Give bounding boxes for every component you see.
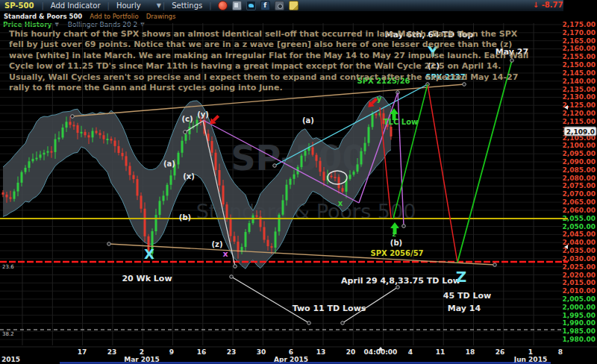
price-axis-label: 1,995.00 [563,312,596,319]
current-price-value: 2,109.0 [566,128,595,136]
annotation-label: (y) [197,110,209,119]
annotation-label: (a) [302,116,314,125]
price-axis-label: 2,005.00 [563,295,596,303]
price-axis-label: 2,085.00 [563,166,596,174]
annotation-label: 45 TD Low [443,291,491,301]
price-axis-label: 2,150.00 [563,61,596,69]
annotation-label: April 29 4,8,33.75 TD Low [341,276,460,286]
white-seg-c-endpoint[interactable] [184,131,187,134]
time-axis-label: 6 [289,348,293,356]
annotation-label: 23.6 [2,264,14,270]
white-callout-left-endpoint[interactable] [307,321,311,325]
time-axis-label: 17 [78,348,87,356]
white-seg-b-endpoint[interactable] [234,265,237,269]
price-axis-label: 2,020.00 [563,272,596,279]
annotation-label: (c) [181,115,193,123]
time-axis[interactable]: 1723291623306132004:00:004111826182015Ma… [0,347,597,364]
time-axis-label: 26 [496,348,505,356]
white-callout-left[interactable] [231,277,309,323]
price-axis-label: 2,175.00 [563,21,596,28]
white-callout-left-endpoint[interactable] [230,275,234,279]
time-axis-label: 2 [140,348,144,356]
annotation-label: (b) [390,239,402,247]
white-callout-right-endpoint[interactable] [396,286,400,289]
tan-upper-channel-endpoint[interactable] [71,115,75,119]
tan-lower-channel-endpoint[interactable] [493,263,497,267]
price-axis-label: 2,010.00 [563,287,596,295]
white-callout-right-endpoint[interactable] [341,321,345,325]
price-axis-label: 2,130.00 [563,93,596,101]
price-axis-label: 2,060.00 [563,207,596,214]
price-axis-label: 2,135.00 [563,86,596,93]
price-axis-label: 2,095.00 [563,150,596,157]
red-projection[interactable] [428,84,457,263]
time-axis-label: 20 [346,348,356,356]
annotation-label: 38.2 [2,331,14,337]
price-axis-label: 2,155.00 [563,53,596,60]
annotation-label: X [144,246,154,262]
price-axis[interactable]: 2,175.002,170.002,165.002,160.002,155.00… [563,0,597,364]
price-axis-label: 2,065.00 [563,198,596,206]
annotation-label: Z [456,268,467,286]
magenta-z-drop-endpoint[interactable] [402,225,406,228]
price-axis-label: 2,050.00 [563,223,596,230]
time-axis-month: 2015 [1,356,20,363]
annotation-label: (z) [212,240,223,248]
price-axis-label: 2,025.00 [563,263,596,271]
time-axis-label: 16 [197,348,207,356]
annotation-label: x [338,199,343,207]
annotation-label: 20 Wk Low [122,274,172,283]
price-axis-label: 2,015.00 [563,279,596,286]
price-axis-label: 2,115.00 [563,118,596,125]
annotation-label: z [392,230,396,238]
time-axis-label: 13 [316,348,326,356]
price-axis-label: 2,000.00 [563,304,596,311]
price-axis-label: 1,980.00 [563,336,596,343]
price-axis-label: 2,170.00 [563,29,596,37]
time-axis-label: 18 [466,348,475,356]
price-axis-label: 2,165.00 [563,37,596,45]
annotation-label: Two 11 TD Lows [293,304,366,313]
annotation-label: SPX 2056/57 [370,249,423,257]
price-axis-label: 2,045.00 [563,230,596,238]
loaded-range-bar[interactable] [60,363,551,364]
price-axis-label: 1,985.00 [563,327,596,335]
price-axis-label: 2,100.00 [563,142,596,149]
price-axis-label: 2,160.00 [563,45,596,52]
time-axis-label: 23 [107,348,117,356]
annotation-label: (a) [163,160,175,168]
time-axis-label: 8 [558,348,563,356]
time-axis-label: 4 [408,348,413,356]
chart-app: { "toolbar": { "symbol": "SP-500", "add_… [0,0,597,364]
commentary-text: This hourly chart of the SPX shows an al… [9,29,533,93]
annotation-label: x [222,249,228,259]
price-axis-label: 2,120.00 [563,110,596,117]
time-axis-label: 11 [436,348,446,356]
price-axis-label: 2,080.00 [563,175,596,182]
price-axis-label: 1,990.00 [563,319,596,327]
time-axis-label: 30 [257,348,266,356]
tan-lower-channel-endpoint[interactable] [107,242,111,246]
axis-level-tick [563,261,568,263]
price-axis-label: 2,140.00 [563,78,596,85]
annotation-label: (b) [179,213,191,222]
price-axis-label: 2,090.00 [563,158,596,166]
annotation-label: TLC Low [384,118,419,126]
annotation-label: (x) [183,172,195,181]
time-axis-label: 1 [528,348,533,356]
axis-level-tick [563,218,568,219]
annotation-label: May 14 [448,304,481,313]
annotation-label: y [377,95,382,103]
time-axis-label: 9 [169,348,174,356]
cyan-trendline-endpoint[interactable] [273,164,277,168]
price-axis-label: 2,145.00 [563,69,596,77]
price-axis-label: 2,075.00 [563,182,596,189]
price-axis-label: 2,070.00 [563,190,596,198]
time-axis-label: 23 [227,348,237,356]
